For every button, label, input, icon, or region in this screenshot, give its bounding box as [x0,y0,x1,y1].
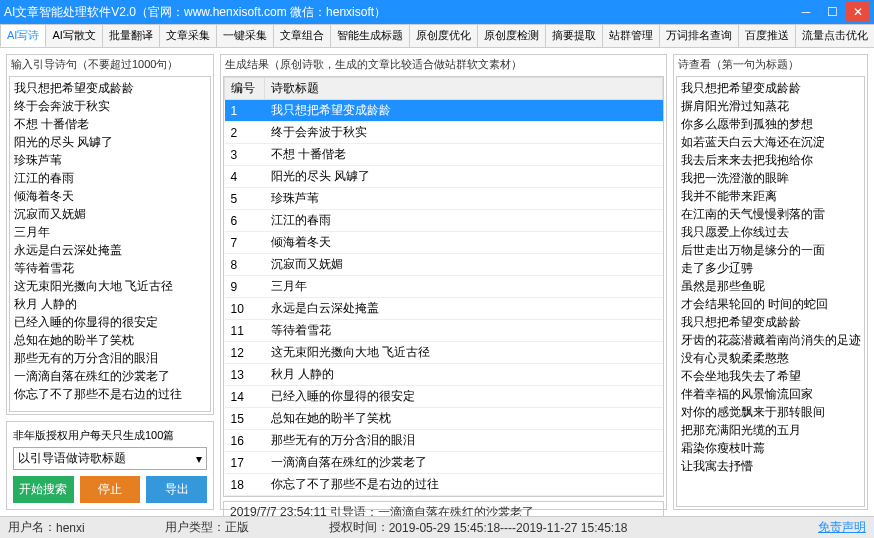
cell-title: 等待着雪花 [265,320,663,342]
cell-num: 17 [225,452,265,474]
user-label: 用户名： [8,519,56,536]
tab-11[interactable]: 万词排名查询 [659,24,739,47]
cell-num: 14 [225,386,265,408]
input-line: 等待着雪花 [14,259,206,277]
results-table-container[interactable]: 编号 诗歌标题 1我只想把希望变成龄龄2终于会奔波于秋实3不想 十番偕老4阳光的… [223,76,664,497]
type-label: 用户类型： [165,519,225,536]
table-row[interactable]: 3不想 十番偕老 [225,144,663,166]
tab-7[interactable]: 原创度优化 [409,24,478,47]
disclaimer-link[interactable]: 免责声明 [818,519,866,536]
cell-title: 我只想把希望变成龄龄 [265,100,663,122]
cell-num: 13 [225,364,265,386]
tab-1[interactable]: AI写散文 [45,24,102,47]
preview-line: 霜染你瘦枝叶蔫 [681,439,860,457]
input-line: 江江的春雨 [14,169,206,187]
table-row[interactable]: 8沉寂而又妩媚 [225,254,663,276]
window-title: AI文章智能处理软件V2.0（官网：www.henxisoft.com 微信：h… [4,4,794,21]
auth-label: 授权时间： [329,519,389,536]
tab-3[interactable]: 文章采集 [159,24,217,47]
table-row[interactable]: 14已经入睡的你显得的很安定 [225,386,663,408]
tab-0[interactable]: AI写诗 [0,24,46,47]
table-row[interactable]: 15总知在她的盼半了笑枕 [225,408,663,430]
cell-title: 珍珠芦苇 [265,188,663,210]
table-row[interactable]: 6江江的春雨 [225,210,663,232]
input-line: 这无束阳光擞向大地 飞近古径 [14,277,206,295]
tab-9[interactable]: 摘要提取 [545,24,603,47]
col-title[interactable]: 诗歌标题 [265,78,663,100]
cell-title: 那些无有的万分含泪的眼泪 [265,430,663,452]
tab-10[interactable]: 站群管理 [602,24,660,47]
preview-line: 你多么愿带到孤独的梦想 [681,115,860,133]
preview-line: 后世走出万物是缘分的一面 [681,241,860,259]
tab-13[interactable]: 流量点击优化 [795,24,874,47]
preview-line: 把那充满阳光缆的五月 [681,421,860,439]
table-row[interactable]: 7倾海着冬天 [225,232,663,254]
cell-title: 沉寂而又妩媚 [265,254,663,276]
tab-6[interactable]: 智能生成标题 [330,24,410,47]
results-table: 编号 诗歌标题 1我只想把希望变成龄龄2终于会奔波于秋实3不想 十番偕老4阳光的… [224,77,663,496]
cell-num: 18 [225,474,265,496]
preview-line: 对你的感觉飘来于那转眼间 [681,403,860,421]
table-row[interactable]: 1我只想把希望变成龄龄 [225,100,663,122]
tab-5[interactable]: 文章组合 [273,24,331,47]
preview-line: 走了多少辽骋 [681,259,860,277]
export-button[interactable]: 导出 [146,476,207,503]
auth-value: 2019-05-29 15:45:18----2019-11-27 15:45:… [389,521,628,535]
preview-line: 让我寓去抒懵 [681,457,860,475]
tab-4[interactable]: 一键采集 [216,24,274,47]
input-lines[interactable]: 我只想把希望变成龄龄终于会奔波于秋实不想 十番偕老阳光的尽头 风罅了珍珠芦苇江江… [9,76,211,412]
input-line: 终于会奔波于秋实 [14,97,206,115]
titlebar: AI文章智能处理软件V2.0（官网：www.henxisoft.com 微信：h… [0,0,874,24]
table-row[interactable]: 2终于会奔波于秋实 [225,122,663,144]
input-line: 一滴滴自落在殊红的沙裳老了 [14,367,206,385]
cell-title: 江江的春雨 [265,210,663,232]
tab-8[interactable]: 原创度检测 [477,24,546,47]
table-row[interactable]: 13秋月 人静的 [225,364,663,386]
cell-title: 不想 十番偕老 [265,144,663,166]
close-button[interactable]: ✕ [846,2,870,22]
type-value: 正版 [225,519,249,536]
table-row[interactable]: 12这无束阳光擞向大地 飞近古径 [225,342,663,364]
table-row[interactable]: 4阳光的尽头 风罅了 [225,166,663,188]
table-row[interactable]: 18你忘了不了那些不是右边的过往 [225,474,663,496]
table-row[interactable]: 5珍珠芦苇 [225,188,663,210]
cell-num: 1 [225,100,265,122]
log-line: 2019/7/7 23:54:11 引导语：一滴滴自落在殊红的沙裳老了 [230,504,657,516]
input-line: 你忘了不了那些不是右边的过往 [14,385,206,403]
table-row[interactable]: 11等待着雪花 [225,320,663,342]
cell-title: 总知在她的盼半了笑枕 [265,408,663,430]
log-area: 2019/7/7 23:54:11 引导语：一滴滴自落在殊红的沙裳老了2019/… [223,501,664,516]
cell-num: 15 [225,408,265,430]
col-num[interactable]: 编号 [225,78,265,100]
maximize-button[interactable]: ☐ [820,2,844,22]
stop-button[interactable]: 停止 [80,476,141,503]
table-row[interactable]: 16那些无有的万分含泪的眼泪 [225,430,663,452]
preview-line: 我并不能带来距离 [681,187,860,205]
table-row[interactable]: 17一滴滴自落在殊红的沙裳老了 [225,452,663,474]
cell-num: 6 [225,210,265,232]
start-button[interactable]: 开始搜索 [13,476,74,503]
input-line: 已经入睡的你显得的很安定 [14,313,206,331]
cell-num: 3 [225,144,265,166]
controls-panel: 非年版授权用户每天只生成100篇 以引导语做诗歌标题 ▾ 开始搜索 停止 导出 [6,421,214,510]
cell-num: 9 [225,276,265,298]
input-line: 我只想把希望变成龄龄 [14,79,206,97]
input-line: 阳光的尽头 风罅了 [14,133,206,151]
tab-12[interactable]: 百度推送 [738,24,796,47]
input-line: 珍珠芦苇 [14,151,206,169]
input-line: 总知在她的盼半了笑枕 [14,331,206,349]
preview-line: 我只想把希望变成龄龄 [681,79,860,97]
preview-lines[interactable]: 我只想把希望变成龄龄摒肩阳光滑过知蒸花你多么愿带到孤独的梦想如若蓝天白云大海还在… [676,76,865,507]
cell-num: 2 [225,122,265,144]
table-row[interactable]: 9三月年 [225,276,663,298]
minimize-button[interactable]: ─ [794,2,818,22]
preview-label: 诗查看（第一句为标题） [674,55,867,74]
title-mode-dropdown[interactable]: 以引导语做诗歌标题 ▾ [13,447,207,470]
input-line: 那些无有的万分含泪的眼泪 [14,349,206,367]
results-label: 生成结果（原创诗歌，生成的文章比较适合做站群软文素材） [221,55,666,74]
input-line: 永远是白云深处掩盖 [14,241,206,259]
tab-2[interactable]: 批量翻译 [102,24,160,47]
cell-num: 10 [225,298,265,320]
table-row[interactable]: 10永远是白云深处掩盖 [225,298,663,320]
cell-num: 7 [225,232,265,254]
